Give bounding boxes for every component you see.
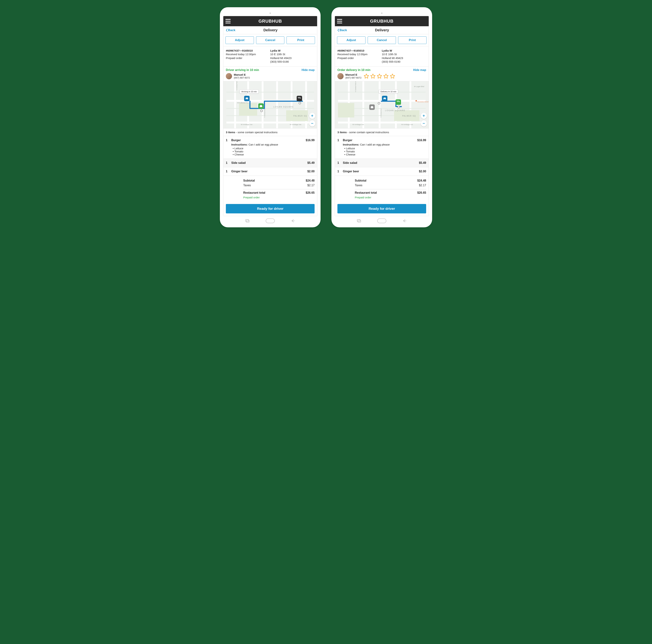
- action-row: Adjust Cancel Print: [335, 34, 429, 46]
- star-icon[interactable]: [377, 74, 382, 79]
- customer-name: Lydia W: [270, 49, 315, 53]
- svg-rect-57: [398, 101, 399, 101]
- svg-text:PALMER SQ: PALMER SQ: [402, 115, 416, 117]
- recents-icon[interactable]: [357, 219, 361, 222]
- order-payment: Prepaid order: [226, 56, 270, 60]
- svg-rect-62: [357, 219, 360, 222]
- item-name: Ginger beer: [343, 170, 419, 173]
- ready-for-driver-button[interactable]: Ready for driver: [337, 204, 426, 214]
- back-icon[interactable]: [291, 219, 295, 222]
- home-icon[interactable]: [377, 219, 386, 223]
- svg-point-55: [385, 99, 386, 100]
- address-line1: 10 E 10th St: [270, 53, 315, 56]
- print-button[interactable]: Print: [398, 36, 427, 44]
- brand-logo: GRUBHUB: [342, 19, 422, 24]
- items-note: - some contain special instructions: [347, 131, 389, 134]
- zoom-in-button[interactable]: +: [421, 113, 427, 119]
- svg-text:N Central Park Ave: N Central Park Ave: [236, 81, 238, 90]
- item-row: 1 Burger Instructions: Can I add an egg …: [223, 136, 317, 159]
- item-row: 1 Side salad $5.49: [223, 159, 317, 167]
- adjust-button[interactable]: Adjust: [225, 36, 254, 44]
- print-button[interactable]: Print: [287, 36, 315, 44]
- restaurant-marker-icon: [258, 103, 264, 109]
- item-name: Burger: [231, 139, 306, 142]
- items-header: 3 items - some contain special instructi…: [223, 129, 317, 136]
- page-title: Delivery: [226, 28, 315, 32]
- driver-name: Manuel E: [234, 73, 250, 76]
- ready-for-driver-button[interactable]: Ready for driver: [226, 204, 315, 214]
- svg-marker-24: [260, 105, 263, 106]
- svg-text:W Logan Blvd: W Logan Blvd: [414, 86, 424, 87]
- driver-phone: (847) 687-6072: [345, 76, 361, 79]
- phone-left: GRUBHUB Back Delivery Adjust Cancel Prin…: [220, 7, 321, 227]
- car-marker-icon: [382, 96, 387, 101]
- items-header: 3 items - some contain special instructi…: [335, 129, 429, 136]
- recents-icon[interactable]: [245, 219, 249, 222]
- prepaid-note: Prepaid order: [355, 196, 426, 199]
- restaurant-total-label: Restaurant total: [243, 191, 265, 194]
- item-qty: 1: [226, 161, 231, 165]
- map-base: LOGAN SQUARE PALMER SQ W Armitage Ave W …: [335, 81, 429, 128]
- svg-point-22: [247, 99, 248, 100]
- svg-rect-43: [338, 103, 354, 117]
- android-nav-bar: [335, 216, 429, 226]
- item-qty: 1: [226, 170, 231, 173]
- cancel-button[interactable]: Cancel: [368, 36, 396, 44]
- menu-icon[interactable]: [225, 19, 230, 23]
- route-dot: [261, 110, 263, 112]
- svg-rect-26: [299, 97, 300, 98]
- zoom-in-button[interactable]: +: [309, 113, 315, 119]
- back-icon[interactable]: [403, 219, 407, 222]
- svg-marker-61: [371, 106, 374, 107]
- map-zoom-controls: + −: [309, 113, 315, 127]
- menu-icon[interactable]: [337, 19, 342, 23]
- driver-row: Manuel E (847) 687-6072: [335, 73, 429, 81]
- status-row: Driver arriving in 10 min Hide map: [223, 66, 317, 73]
- star-icon[interactable]: [370, 74, 376, 79]
- star-icon[interactable]: [364, 74, 369, 79]
- totals-panel: Subtotal$24.48 Taxes$2.17 Restaurant tot…: [335, 176, 429, 201]
- destination-marker-icon: [396, 100, 401, 105]
- item-price: $16.99: [417, 139, 426, 156]
- svg-rect-12: [239, 103, 257, 116]
- item-row: 1 Side salad $5.49: [335, 159, 429, 167]
- map-panel[interactable]: W Fullerton Ave W Armitage Ave W Armitag…: [223, 81, 317, 129]
- order-header: #60967437—9165010 Received today 12:00pm…: [335, 46, 429, 66]
- cancel-button[interactable]: Cancel: [256, 36, 284, 44]
- rating-stars[interactable]: [364, 74, 395, 79]
- zoom-out-button[interactable]: −: [309, 120, 315, 127]
- item-price: $2.00: [307, 170, 315, 173]
- hide-map-link[interactable]: Hide map: [302, 68, 315, 72]
- svg-point-51: [415, 100, 417, 102]
- route-dot: [378, 102, 380, 105]
- adjust-button[interactable]: Adjust: [337, 36, 365, 44]
- restaurant-total-label: Restaurant total: [355, 191, 377, 194]
- driver-phone: (847) 687-6072: [234, 76, 250, 79]
- svg-rect-25: [298, 97, 299, 98]
- car-marker-icon: [244, 96, 250, 101]
- svg-point-54: [384, 99, 384, 100]
- customer-phone: (303) 555-0190: [270, 60, 315, 63]
- hide-map-link[interactable]: Hide map: [413, 68, 426, 72]
- taxes-label: Taxes: [243, 184, 251, 187]
- map-panel[interactable]: LOGAN SQUARE PALMER SQ W Armitage Ave W …: [335, 81, 429, 129]
- driver-avatar: [226, 73, 232, 79]
- svg-rect-60: [371, 107, 373, 108]
- item-name: Burger: [343, 139, 417, 142]
- svg-text:Revolution Brewing: Revolution Brewing: [417, 101, 429, 103]
- app-header: GRUBHUB: [223, 16, 317, 26]
- map-tooltip: Delivery in 10 min: [379, 90, 398, 93]
- order-received: Received today 12:00pm: [337, 53, 382, 56]
- home-icon[interactable]: [266, 219, 275, 223]
- svg-text:LOGAN SQUARE: LOGAN SQUARE: [385, 109, 405, 112]
- phone-right: GRUBHUB Back Delivery Adjust Cancel Prin…: [331, 7, 432, 227]
- customer-name: Lydia W: [382, 49, 426, 53]
- star-icon[interactable]: [390, 74, 395, 79]
- star-icon[interactable]: [383, 74, 389, 79]
- svg-text:W Armitage Ave: W Armitage Ave: [401, 123, 413, 125]
- item-qty: 1: [226, 139, 231, 156]
- zoom-out-button[interactable]: −: [421, 120, 427, 127]
- item-qty: 1: [337, 139, 343, 156]
- subtotal-value: $24.48: [417, 179, 426, 182]
- map-tooltip: Arriving in 10 min: [240, 90, 259, 93]
